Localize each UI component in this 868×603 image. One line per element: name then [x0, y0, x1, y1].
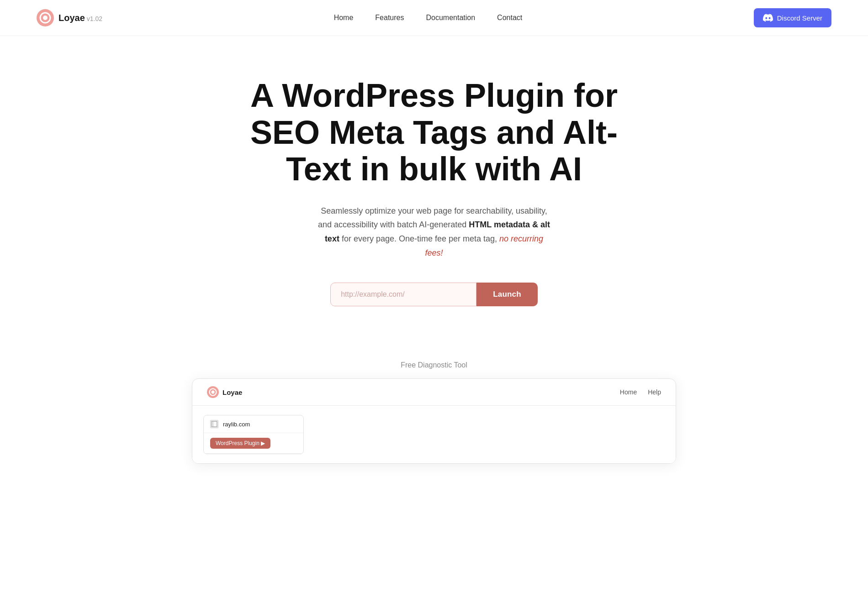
logo: Loyaev1.02 [37, 9, 102, 26]
svg-point-5 [212, 391, 215, 394]
main-nav: Loyaev1.02 Home Features Documentation C… [0, 0, 868, 36]
hero-subtitle-text2: for every page. One-time fee per meta ta… [339, 234, 499, 243]
logo-icon [37, 9, 54, 26]
discord-label: Discord Server [777, 14, 822, 22]
url-input[interactable] [330, 283, 476, 306]
diagnostic-window: Loyae Home Help raylib.com [192, 378, 676, 464]
diag-favicon [210, 420, 218, 428]
diagnostic-label: Free Diagnostic Tool [401, 361, 467, 369]
diag-nav-links: Home Help [620, 388, 661, 396]
favicon-icon [211, 421, 217, 427]
diagnostic-section: Free Diagnostic Tool Loyae Home Help [0, 361, 868, 482]
nav-links: Home Features Documentation Contact [334, 14, 523, 22]
hero-subtitle: Seamlessly optimize your web page for se… [315, 204, 553, 260]
diag-body: raylib.com WordPress Plugin ▶ [192, 406, 676, 463]
nav-contact[interactable]: Contact [497, 14, 522, 21]
discord-button[interactable]: Discord Server [754, 8, 831, 27]
diag-logo-icon [207, 386, 219, 398]
svg-rect-6 [212, 421, 217, 427]
diag-plugin-button[interactable]: WordPress Plugin ▶ [210, 438, 270, 449]
diag-nav: Loyae Home Help [192, 379, 676, 406]
nav-home[interactable]: Home [334, 14, 354, 21]
svg-point-2 [43, 16, 48, 20]
diag-site-row: raylib.com [204, 415, 303, 433]
brand-name: Loyaev1.02 [58, 13, 102, 23]
hero-input-row: Launch [330, 283, 538, 306]
diag-sidebar: raylib.com WordPress Plugin ▶ [203, 415, 304, 454]
diag-logo: Loyae [207, 386, 242, 398]
nav-documentation[interactable]: Documentation [426, 14, 475, 21]
diag-plugin-row: WordPress Plugin ▶ [204, 433, 303, 454]
diag-nav-home[interactable]: Home [620, 388, 637, 396]
diag-logo-name: Loyae [222, 388, 242, 396]
diag-site-name: raylib.com [223, 421, 250, 428]
launch-button[interactable]: Launch [476, 283, 538, 306]
discord-icon [763, 13, 773, 23]
nav-features[interactable]: Features [375, 14, 404, 21]
hero-title: A WordPress Plugin for SEO Meta Tags and… [228, 77, 640, 188]
diag-nav-help[interactable]: Help [648, 388, 661, 396]
hero-section: A WordPress Plugin for SEO Meta Tags and… [0, 36, 868, 361]
